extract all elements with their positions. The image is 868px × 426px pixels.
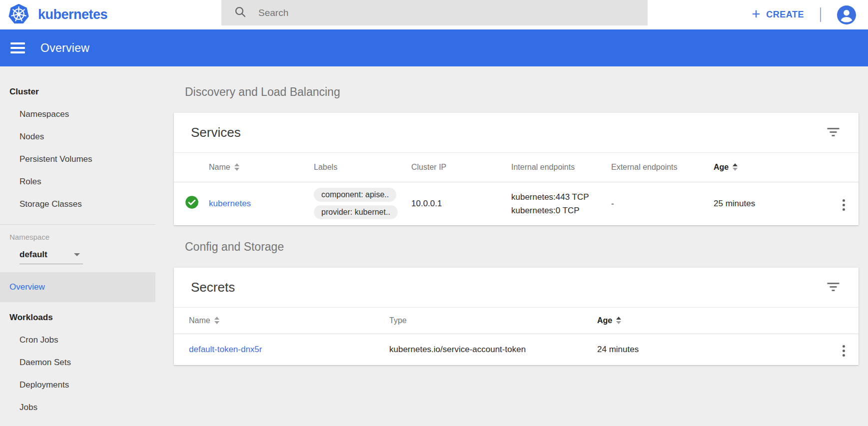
- section-heading-config: Config and Storage: [185, 240, 859, 254]
- secrets-header-row: Name Type Age: [174, 308, 859, 334]
- sidebar: Cluster Namespaces Nodes Persistent Volu…: [0, 66, 155, 426]
- services-col-labels: Labels: [314, 153, 411, 182]
- sidebar-item-daemon-sets[interactable]: Daemon Sets: [0, 351, 155, 374]
- label-chip: provider: kubernet..: [314, 205, 398, 219]
- sidebar-divider: [0, 224, 155, 225]
- section-heading-discovery: Discovery and Load Balancing: [185, 85, 859, 99]
- cluster-ip-value: 10.0.0.1: [411, 182, 511, 225]
- sort-asc-icon: [733, 163, 738, 171]
- more-vert-icon[interactable]: [841, 197, 847, 213]
- secret-type-value: kubernetes.io/service-account-token: [374, 334, 582, 365]
- secrets-card-header: Secrets: [174, 268, 859, 308]
- user-avatar-icon[interactable]: [837, 5, 856, 24]
- header-actions: + CREATE: [752, 0, 856, 29]
- label-chips: component: apise.. provider: kubernet..: [314, 188, 411, 219]
- service-name-link[interactable]: kubernetes: [209, 199, 251, 208]
- services-col-status: [174, 153, 209, 182]
- search-icon: [234, 6, 246, 20]
- label-chip: component: apise..: [314, 188, 396, 202]
- secret-name-link[interactable]: default-token-dnx5r: [189, 345, 262, 354]
- secrets-card-title: Secrets: [191, 280, 235, 295]
- sidebar-item-nodes[interactable]: Nodes: [0, 125, 155, 148]
- chevron-down-icon: [74, 253, 80, 256]
- services-col-cluster-ip: Cluster IP: [411, 153, 511, 182]
- page-title: Overview: [40, 41, 89, 55]
- secrets-col-type: Type: [374, 308, 582, 334]
- header-divider: [820, 7, 821, 22]
- sidebar-group-workloads: Workloads: [0, 306, 155, 329]
- brand-wordmark: kubernetes: [38, 7, 107, 22]
- sidebar-item-deployments[interactable]: Deployments: [0, 374, 155, 396]
- internal-endpoints-value: kubernetes:443 TCP kubernetes:0 TCP: [511, 182, 611, 225]
- services-card-header: Services: [174, 113, 859, 153]
- service-age-value: 25 minutes: [714, 182, 829, 225]
- table-row: kubernetes component: apise.. provider: …: [174, 182, 859, 225]
- table-row: default-token-dnx5r kubernetes.io/servic…: [174, 334, 859, 365]
- services-header-row: Name Labels Cluster IP Internal endpoint…: [174, 153, 859, 182]
- services-table: Name Labels Cluster IP Internal endpoint…: [174, 153, 859, 225]
- status-ok-icon: [174, 182, 209, 225]
- app-header: kubernetes + CREATE: [0, 0, 868, 29]
- secrets-table: Name Type Age: [174, 308, 859, 365]
- sidebar-item-namespaces[interactable]: Namespaces: [0, 103, 155, 125]
- namespace-label: Namespace: [0, 228, 155, 246]
- secrets-col-actions: [829, 308, 859, 334]
- filter-icon[interactable]: [827, 128, 840, 137]
- brand[interactable]: kubernetes: [0, 3, 107, 26]
- plus-icon: +: [752, 7, 760, 21]
- sidebar-item-storage-classes[interactable]: Storage Classes: [0, 193, 155, 215]
- kubernetes-logo-icon: [8, 3, 29, 26]
- services-card: Services: [174, 113, 859, 225]
- external-endpoints-value: -: [611, 182, 714, 225]
- secret-age-value: 24 minutes: [582, 334, 829, 365]
- create-button[interactable]: + CREATE: [752, 8, 804, 21]
- services-col-age[interactable]: Age: [714, 153, 829, 182]
- sidebar-item-roles[interactable]: Roles: [0, 170, 155, 193]
- sidebar-item-jobs[interactable]: Jobs: [0, 396, 155, 419]
- services-card-title: Services: [191, 125, 241, 140]
- content: Discovery and Load Balancing Services: [155, 66, 868, 426]
- secrets-col-age[interactable]: Age: [582, 308, 829, 334]
- sidebar-item-cron-jobs[interactable]: Cron Jobs: [0, 329, 155, 351]
- filter-icon[interactable]: [827, 283, 840, 292]
- sidebar-item-overview[interactable]: Overview: [0, 272, 155, 302]
- services-col-internal-endpoints: Internal endpoints: [511, 153, 611, 182]
- services-col-external-endpoints: External endpoints: [611, 153, 714, 182]
- services-col-name[interactable]: Name: [209, 153, 314, 182]
- sort-icon: [234, 163, 239, 171]
- page-toolbar: Overview: [0, 29, 868, 66]
- secrets-col-name[interactable]: Name: [174, 308, 374, 334]
- sidebar-group-cluster: Cluster: [0, 80, 155, 103]
- namespace-selected-value: default: [19, 250, 47, 260]
- create-button-label: CREATE: [766, 9, 804, 20]
- more-vert-icon[interactable]: [841, 343, 847, 359]
- services-col-actions: [829, 153, 859, 182]
- search-bar[interactable]: [221, 0, 648, 25]
- sort-icon: [214, 317, 219, 324]
- search-input[interactable]: [257, 7, 617, 19]
- secrets-card: Secrets: [174, 268, 859, 365]
- hamburger-menu-icon[interactable]: [10, 42, 25, 53]
- sidebar-item-persistent-volumes[interactable]: Persistent Volumes: [0, 148, 155, 170]
- kubernetes-dashboard: kubernetes + CREATE: [0, 0, 868, 426]
- sort-asc-icon: [616, 317, 621, 324]
- namespace-select[interactable]: default: [19, 246, 83, 264]
